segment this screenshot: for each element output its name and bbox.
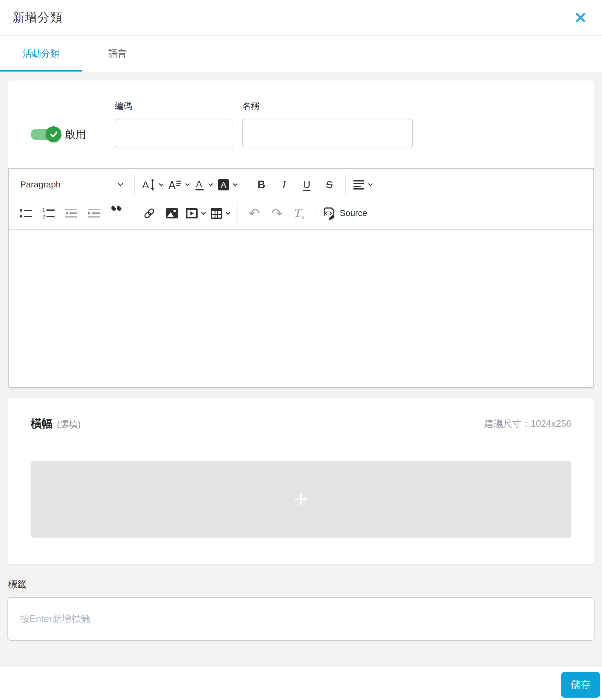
save-button[interactable]: 儲存: [561, 672, 600, 698]
svg-text:A: A: [142, 179, 149, 191]
editor-content[interactable]: [9, 230, 593, 387]
bulleted-list-icon: [19, 208, 32, 219]
toggle-knob: [46, 126, 61, 142]
tags-label: 標籤: [8, 578, 595, 591]
strikethrough-button[interactable]: S: [320, 173, 338, 196]
banner-size-hint: 建議尺寸：1024x256: [484, 418, 571, 430]
bold-button[interactable]: B: [252, 173, 271, 196]
name-input[interactable]: [242, 119, 413, 148]
editor-toolbar: Paragraph A: [9, 169, 593, 230]
toolbar-separator: [237, 203, 238, 224]
chevron-down-icon: [118, 183, 123, 186]
italic-icon: I: [282, 178, 286, 191]
chevron-down-icon: [208, 183, 214, 186]
tab-activity-category[interactable]: 活動分類: [0, 36, 82, 72]
font-family-button[interactable]: A: [168, 173, 190, 196]
svg-text:1: 1: [42, 208, 45, 213]
chevron-down-icon: [158, 183, 164, 186]
chevron-down-icon: [225, 211, 231, 215]
strikethrough-icon: S: [326, 179, 333, 191]
numbered-list-icon: 1 2: [42, 208, 55, 219]
toolbar-separator: [345, 175, 346, 195]
undo-button[interactable]: ↶: [245, 202, 264, 225]
font-color-icon: A: [194, 178, 205, 191]
tab-label: 語言: [108, 47, 127, 60]
remove-format-icon: Tx: [295, 206, 305, 221]
check-icon: [49, 129, 59, 140]
banner-title: 橫幅: [31, 416, 53, 431]
modal-header: 新增分類: [0, 0, 602, 36]
text-alignment-button[interactable]: [353, 173, 373, 196]
chevron-down-icon: [201, 211, 206, 215]
enable-toggle-group: 啟用: [31, 127, 86, 142]
font-color-button[interactable]: A: [194, 173, 214, 196]
svg-text:A: A: [221, 180, 226, 190]
chevron-down-icon: [368, 183, 373, 186]
redo-icon: ↷: [271, 206, 283, 220]
outdent-button[interactable]: [62, 202, 80, 225]
source-label: Source: [340, 208, 367, 218]
insert-media-button[interactable]: [185, 202, 206, 225]
chevron-down-icon: [185, 183, 190, 186]
font-size-button[interactable]: A: [142, 173, 164, 196]
align-left-icon: [353, 179, 365, 190]
code-label: 編碼: [115, 100, 233, 112]
tab-language[interactable]: 語言: [82, 36, 153, 72]
bold-icon: B: [257, 178, 265, 191]
banner-optional-hint: (選填): [57, 418, 81, 431]
link-button[interactable]: [140, 202, 158, 225]
enable-label: 啟用: [65, 127, 86, 142]
tags-input[interactable]: [7, 597, 595, 641]
media-icon: [185, 208, 198, 219]
category-form-card: 啟用 編碼 名稱 Paragraph: [7, 80, 595, 388]
banner-header: 橫幅 (選填) 建議尺寸：1024x256: [31, 416, 571, 431]
svg-text:A: A: [168, 179, 176, 191]
bulleted-list-button[interactable]: [17, 202, 35, 225]
paragraph-style-value: Paragraph: [20, 180, 60, 190]
outdent-icon: [65, 208, 78, 219]
paragraph-style-dropdown[interactable]: Paragraph: [17, 173, 128, 196]
toolbar-row-1: Paragraph A: [15, 171, 587, 199]
insert-image-button[interactable]: [163, 202, 181, 225]
code-input[interactable]: [115, 119, 233, 148]
close-icon: [575, 12, 586, 23]
spacer: [7, 641, 595, 667]
toolbar-separator: [133, 203, 133, 224]
form-row: 啟用 編碼 名稱: [7, 80, 595, 168]
font-background-color-button[interactable]: A: [218, 173, 238, 196]
undo-icon: ↶: [249, 206, 260, 220]
remove-format-button[interactable]: Tx: [290, 202, 309, 225]
plus-icon: +: [294, 487, 308, 511]
insert-table-button[interactable]: [210, 202, 231, 225]
enable-toggle[interactable]: [31, 129, 60, 140]
chevron-down-icon: [232, 183, 238, 186]
font-size-icon: A: [142, 178, 155, 191]
blockquote-button[interactable]: “: [107, 202, 126, 225]
blockquote-icon: “: [110, 206, 123, 221]
add-category-modal: 新增分類 活動分類 語言: [0, 0, 602, 700]
indent-icon: [87, 208, 100, 219]
font-family-icon: A: [168, 178, 182, 191]
banner-card: 橫幅 (選填) 建議尺寸：1024x256 +: [7, 398, 595, 565]
toolbar-separator: [134, 175, 135, 195]
page-title: 新增分類: [12, 9, 62, 26]
source-button[interactable]: Source: [323, 202, 367, 225]
underline-button[interactable]: U: [297, 173, 316, 196]
close-button[interactable]: [572, 9, 590, 27]
rich-text-editor: Paragraph A: [8, 168, 594, 388]
table-icon: [210, 208, 222, 219]
banner-title-wrap: 橫幅 (選填): [31, 416, 81, 431]
tab-bar: 活動分類 語言: [0, 36, 602, 72]
source-code-icon: [323, 207, 336, 220]
banner-upload-area[interactable]: +: [31, 461, 571, 538]
code-field: 編碼: [115, 100, 233, 148]
italic-button[interactable]: I: [275, 173, 293, 196]
svg-text:2: 2: [42, 214, 45, 219]
font-background-color-icon: A: [218, 179, 229, 191]
redo-button[interactable]: ↷: [268, 202, 286, 225]
indent-button[interactable]: [85, 202, 103, 225]
numbered-list-button[interactable]: 1 2: [39, 202, 58, 225]
svg-text:A: A: [196, 179, 202, 190]
underline-icon: U: [303, 179, 310, 191]
modal-footer: 儲存: [0, 667, 602, 700]
